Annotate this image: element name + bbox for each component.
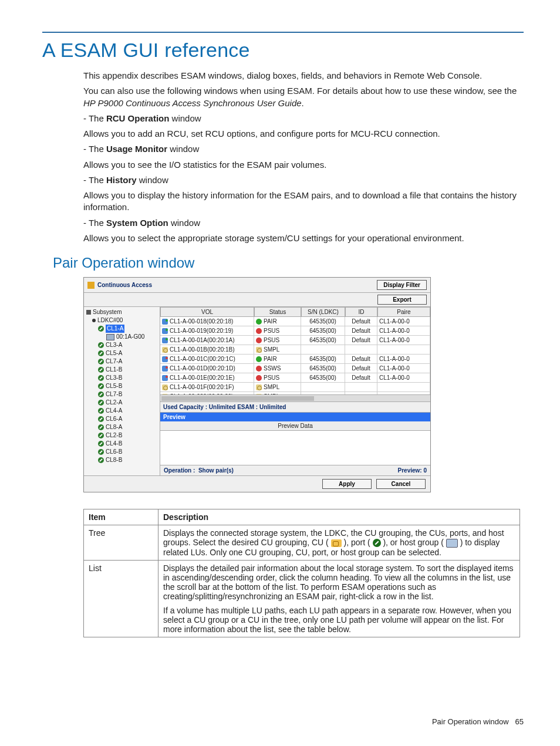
grid-header[interactable]: VOL Status S/N (LDKC) ID Paire	[160, 307, 430, 317]
port-icon	[98, 441, 104, 447]
bullet-usage: - The Usage Monitor window	[83, 143, 524, 155]
tree-item[interactable]: CL4-A	[85, 407, 160, 415]
screenshot-pair-operation: Continuous Access Display Filter Export …	[83, 277, 431, 492]
th-desc: Description	[158, 509, 520, 525]
cell-tree-item: Tree	[84, 525, 158, 561]
port-icon	[373, 539, 381, 547]
hostgroup-icon	[106, 334, 114, 340]
port-icon	[98, 326, 104, 332]
grid-row[interactable]: CL1-A-00-01B(00:20:1B)SMPL	[160, 345, 430, 355]
tree-hostgroup[interactable]: 00:1A-G00	[85, 333, 160, 341]
port-icon	[98, 408, 104, 414]
tree-item[interactable]: CL3-B	[85, 374, 160, 382]
port-icon	[98, 424, 104, 430]
display-filter-button[interactable]: Display Filter	[377, 280, 427, 290]
system-desc: Allows you to select the appropriate sto…	[83, 232, 524, 244]
grid-body[interactable]: CL1-A-00-018(00:20:18)PAIR64535(00)Defau…	[160, 317, 430, 394]
window-title: Continuous Access	[97, 282, 152, 288]
port-icon	[98, 433, 104, 438]
cell-list-item: List	[84, 560, 158, 637]
tree-item[interactable]: CL5-A	[85, 349, 160, 357]
tree-root[interactable]: Subsystem	[85, 308, 160, 316]
port-icon	[98, 367, 104, 373]
bullet-history: - The History window	[83, 174, 524, 186]
intro-1: This appendix describes ESAM windows, di…	[83, 70, 524, 82]
grid-row[interactable]: CL1-A-00-019(00:20:19)PSUS64535(00)Defau…	[160, 326, 430, 336]
port-icon	[98, 342, 104, 348]
tree-item[interactable]: CL2-A	[85, 399, 160, 407]
tree-item[interactable]: CL7-B	[85, 390, 160, 399]
table-row-list: List Displays the detailed pair informat…	[84, 560, 520, 637]
preview-title: Preview	[160, 413, 430, 421]
description-table: Item Description Tree Displays the conne…	[83, 509, 520, 637]
col-status[interactable]: Status	[254, 307, 301, 317]
port-icon	[98, 449, 104, 455]
table-row-tree: Tree Displays the connected storage syst…	[84, 525, 520, 561]
tree-item[interactable]: CL6-A	[85, 415, 160, 423]
grid-row[interactable]: CL1-A-00-01F(00:20:1F)SMPL	[160, 383, 430, 392]
page-footer: Pair Operation window 65	[432, 717, 524, 726]
intro-2-em: HP P9000 Continuous Access Synchronous U…	[83, 98, 302, 108]
col-paire[interactable]: Paire	[377, 307, 430, 317]
tree-item[interactable]: CL2-B	[85, 431, 160, 440]
export-button[interactable]: Export	[377, 295, 427, 305]
preview-header: Preview Data	[160, 421, 430, 431]
intro-2: You can also use the following windows w…	[83, 85, 524, 109]
cell-tree-desc: Displays the connected storage system, t…	[158, 525, 520, 561]
grid-row[interactable]: CL1-A-00-01D(00:20:1D)SSWS64535(00)Defau…	[160, 364, 430, 373]
grid-hscroll[interactable]	[160, 394, 430, 401]
intro-2c: .	[302, 98, 304, 108]
page-title: A ESAM GUI reference	[42, 39, 524, 62]
usage-desc: Allows you to see the I/O statistics for…	[83, 159, 524, 171]
apply-button[interactable]: Apply	[322, 479, 372, 489]
tree-panel[interactable]: Subsystem LDKC#00 CL1-A 00:1A-G00 CL3-AC…	[84, 307, 160, 475]
tree-item[interactable]: CL4-B	[85, 440, 160, 448]
col-id[interactable]: ID	[345, 307, 377, 317]
grid-row[interactable]: CL1-A-00-01C(00:20:1C)PAIR64535(00)Defau…	[160, 355, 430, 364]
rcu-desc: Allows you to add an RCU, set RCU option…	[83, 128, 524, 140]
grid-row[interactable]: CL1-A-00-01A(00:20:1A)PSUS64535(00)Defau…	[160, 336, 430, 345]
th-item: Item	[84, 509, 158, 525]
tree-item[interactable]: CL3-A	[85, 341, 160, 349]
tree-ldkc[interactable]: LDKC#00	[85, 316, 160, 325]
intro-2a: You can also use the following windows w…	[83, 86, 517, 96]
port-icon	[98, 359, 104, 364]
tree-item[interactable]: CL8-B	[85, 456, 160, 464]
preview-count: Preview: 0	[398, 467, 427, 474]
port-icon	[98, 375, 104, 381]
bullet-rcu: - The RCU Operation window	[83, 113, 524, 124]
operation-label: Operation :	[164, 467, 195, 474]
port-icon	[98, 400, 104, 406]
tree-item[interactable]: CL7-A	[85, 357, 160, 366]
hostgroup-icon	[446, 539, 458, 548]
tree-item[interactable]: CL6-B	[85, 448, 160, 456]
grid-row[interactable]: CL1-A-00-018(00:20:18)PAIR64535(00)Defau…	[160, 317, 430, 326]
grid-row[interactable]: CL1-A-00-01E(00:20:1E)PSUS64535(00)Defau…	[160, 373, 430, 383]
cell-list-desc: Displays the detailed pair information a…	[158, 560, 520, 637]
capacity-bar: Used Capacity : Unlimited ESAM : Unlimit…	[160, 401, 430, 413]
port-icon	[98, 391, 104, 397]
app-icon	[87, 282, 95, 289]
preview-body	[160, 431, 430, 465]
tree-item[interactable]: CL8-A	[85, 423, 160, 431]
port-icon	[98, 416, 104, 422]
cu-icon	[331, 539, 342, 547]
tree-item[interactable]: CL5-B	[85, 382, 160, 390]
grid-row[interactable]: CL1-A-00-020(00:20:20)SMPL	[160, 392, 430, 394]
history-desc: Allows you to display the history inform…	[83, 190, 524, 214]
port-icon	[98, 383, 104, 389]
tree-sel-port[interactable]: CL1-A	[85, 325, 160, 333]
tree-item[interactable]: CL1-B	[85, 366, 160, 374]
col-sn[interactable]: S/N (LDKC)	[301, 307, 345, 317]
cancel-button[interactable]: Cancel	[376, 479, 426, 489]
port-icon	[98, 350, 104, 356]
section-pair-operation: Pair Operation window	[53, 255, 524, 271]
col-vol[interactable]: VOL	[160, 307, 254, 317]
port-icon	[98, 457, 104, 463]
operation-value: Show pair(s)	[198, 467, 234, 474]
bullet-system: - The System Option window	[83, 217, 524, 229]
